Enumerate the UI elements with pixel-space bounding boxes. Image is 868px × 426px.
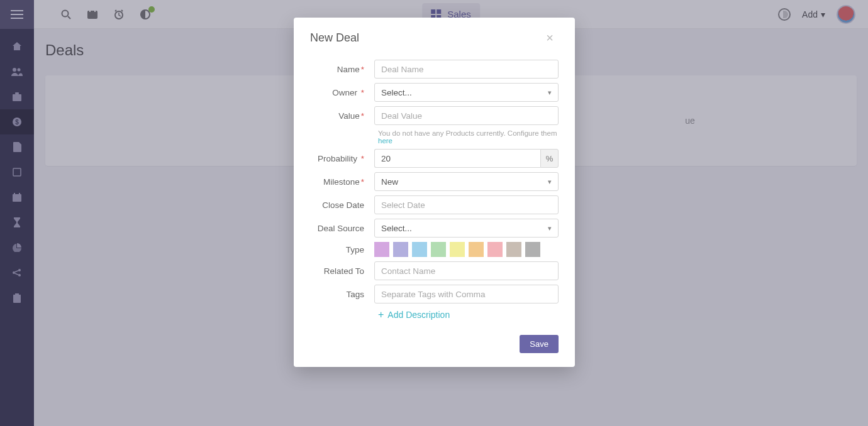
- products-hint: You do not have any Products currently. …: [378, 129, 559, 145]
- chevron-down-icon: ▾: [548, 89, 552, 97]
- milestone-select[interactable]: New▾: [374, 172, 559, 191]
- type-swatch-0[interactable]: [374, 242, 389, 257]
- modal-body: Name* Owner * Select...▾ Value* You do n…: [294, 53, 575, 329]
- required-marker: *: [361, 177, 364, 187]
- type-swatch-3[interactable]: [431, 242, 446, 257]
- type-swatches: [374, 242, 559, 257]
- required-marker: *: [361, 154, 364, 163]
- tags-label: Tags: [346, 290, 364, 299]
- deal-source-label: Deal Source: [318, 224, 364, 233]
- owner-select[interactable]: Select...▾: [374, 83, 559, 102]
- modal-header: New Deal ×: [294, 18, 575, 53]
- new-deal-modal: New Deal × Name* Owner * Select...▾ Valu…: [294, 18, 575, 367]
- name-input[interactable]: [374, 60, 559, 79]
- type-swatch-7[interactable]: [506, 242, 521, 257]
- type-label: Type: [346, 245, 364, 254]
- value-input[interactable]: [374, 106, 559, 125]
- owner-selected: Select...: [381, 88, 412, 97]
- probability-input[interactable]: [374, 149, 540, 168]
- deal-source-select[interactable]: Select...▾: [374, 219, 559, 238]
- deal-source-selected: Select...: [381, 224, 412, 233]
- type-swatch-6[interactable]: [487, 242, 503, 257]
- owner-label: Owner: [332, 88, 357, 97]
- modal-footer: Save: [294, 329, 575, 367]
- probability-suffix: %: [540, 149, 559, 168]
- close-button[interactable]: ×: [541, 29, 559, 46]
- related-to-label: Related To: [324, 266, 364, 276]
- add-description-label: Add Description: [387, 310, 450, 320]
- probability-label: Probability: [318, 154, 357, 163]
- close-date-label: Close Date: [322, 200, 364, 210]
- modal-title: New Deal: [310, 31, 359, 45]
- tags-input[interactable]: [374, 285, 559, 303]
- required-marker: *: [361, 65, 364, 74]
- milestone-label: Milestone: [323, 177, 360, 187]
- products-config-link[interactable]: here: [378, 137, 392, 145]
- value-label: Value: [338, 111, 360, 121]
- plus-icon: +: [378, 310, 384, 320]
- close-date-input[interactable]: [374, 195, 559, 214]
- related-to-input[interactable]: [374, 261, 559, 280]
- chevron-down-icon: ▾: [548, 224, 552, 232]
- products-hint-text: You do not have any Products currently. …: [378, 129, 557, 137]
- name-label: Name: [337, 65, 360, 74]
- chevron-down-icon: ▾: [548, 178, 552, 186]
- required-marker: *: [361, 88, 364, 97]
- milestone-selected: New: [381, 177, 398, 187]
- type-swatch-5[interactable]: [469, 242, 484, 257]
- type-swatch-4[interactable]: [450, 242, 465, 257]
- type-swatch-2[interactable]: [412, 242, 427, 257]
- type-swatch-8[interactable]: [525, 242, 540, 257]
- add-description-button[interactable]: + Add Description: [378, 310, 559, 320]
- type-swatch-1[interactable]: [393, 242, 408, 257]
- save-button[interactable]: Save: [520, 335, 559, 353]
- required-marker: *: [361, 111, 364, 121]
